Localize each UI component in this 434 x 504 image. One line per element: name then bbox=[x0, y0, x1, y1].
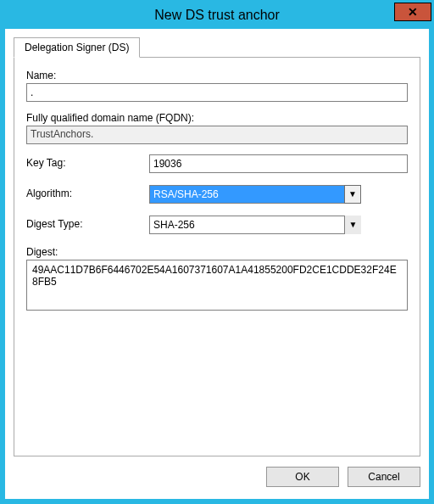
key-tag-input[interactable] bbox=[149, 154, 408, 173]
fqdn-value: TrustAnchors. bbox=[26, 126, 408, 144]
fqdn-label: Fully qualified domain name (FQDN): bbox=[26, 112, 408, 124]
algorithm-label: Algorithm: bbox=[26, 188, 149, 199]
ok-button[interactable]: OK bbox=[266, 467, 339, 487]
title-bar: New DS trust anchor ✕ bbox=[5, 5, 429, 29]
chevron-down-icon: ▼ bbox=[349, 221, 358, 229]
algorithm-combo[interactable]: RSA/SHA-256 ▼ bbox=[149, 185, 361, 204]
digest-type-value: SHA-256 bbox=[150, 216, 360, 233]
tab-delegation-signer[interactable]: Delegation Signer (DS) bbox=[14, 37, 140, 58]
close-button[interactable]: ✕ bbox=[394, 3, 431, 21]
key-tag-label: Key Tag: bbox=[26, 157, 149, 169]
chevron-down-icon: ▼ bbox=[348, 190, 357, 199]
digest-input[interactable]: 49AAC11D7B6F6446702E54A1607371607A1A4185… bbox=[26, 260, 408, 311]
name-input[interactable] bbox=[26, 83, 408, 102]
algorithm-value: RSA/SHA-256 bbox=[150, 186, 360, 203]
client-area: Delegation Signer (DS) Name: Fully quali… bbox=[5, 29, 429, 499]
digest-type-dropdown-button[interactable]: ▼ bbox=[344, 216, 361, 234]
digest-type-label: Digest Type: bbox=[26, 218, 149, 230]
cancel-button[interactable]: Cancel bbox=[348, 467, 420, 487]
window-title: New DS trust anchor bbox=[5, 5, 429, 25]
name-label: Name: bbox=[26, 70, 408, 81]
tab-page: Name: Fully qualified domain name (FQDN)… bbox=[14, 57, 420, 456]
digest-label: Digest: bbox=[26, 246, 408, 258]
algorithm-dropdown-button[interactable]: ▼ bbox=[344, 185, 361, 204]
digest-type-combo[interactable]: SHA-256 ▼ bbox=[149, 216, 361, 234]
close-icon: ✕ bbox=[408, 5, 418, 19]
